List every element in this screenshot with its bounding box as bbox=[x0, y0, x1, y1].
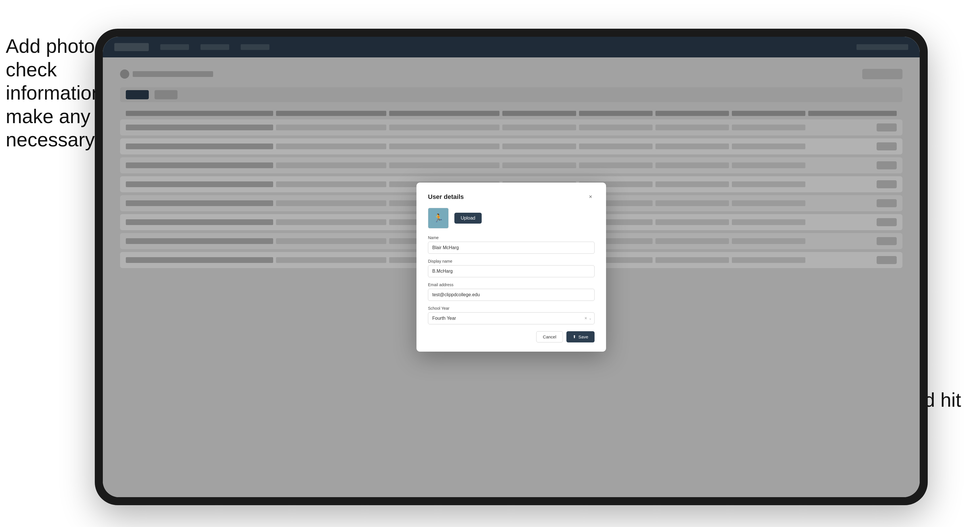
display-name-field-group: Display name bbox=[428, 259, 595, 277]
email-field-group: Email address bbox=[428, 283, 595, 301]
user-photo-thumbnail: 🏃 bbox=[428, 208, 449, 229]
user-details-modal: User details × 🏃 Upload Name bbox=[417, 183, 606, 352]
select-arrow-icon[interactable]: ⌄ bbox=[589, 316, 592, 320]
save-icon: ⬆ bbox=[573, 334, 576, 339]
email-label: Email address bbox=[428, 283, 595, 287]
modal-header: User details × bbox=[428, 193, 595, 201]
school-year-label: School Year bbox=[428, 306, 595, 311]
tablet-screen: User details × 🏃 Upload Name bbox=[103, 37, 920, 497]
school-year-field-group: School Year × ⌄ bbox=[428, 306, 595, 324]
school-year-select-wrapper: × ⌄ bbox=[428, 312, 595, 324]
email-input[interactable] bbox=[428, 289, 595, 301]
cancel-button[interactable]: Cancel bbox=[536, 331, 563, 343]
tablet-frame: User details × 🏃 Upload Name bbox=[95, 29, 928, 505]
modal-close-button[interactable]: × bbox=[587, 193, 595, 201]
name-field-group: Name bbox=[428, 235, 595, 254]
modal-title: User details bbox=[428, 193, 464, 201]
select-icons: × ⌄ bbox=[584, 316, 592, 321]
school-year-input[interactable] bbox=[428, 312, 595, 324]
display-name-label: Display name bbox=[428, 259, 595, 264]
app-background: User details × 🏃 Upload Name bbox=[103, 37, 920, 497]
save-button[interactable]: ⬆ Save bbox=[566, 331, 595, 343]
upload-photo-button[interactable]: Upload bbox=[454, 213, 482, 224]
modal-overlay: User details × 🏃 Upload Name bbox=[103, 37, 920, 497]
name-label: Name bbox=[428, 235, 595, 240]
modal-footer: Cancel ⬆ Save bbox=[428, 331, 595, 343]
photo-section: 🏃 Upload bbox=[428, 208, 595, 229]
select-clear-icon[interactable]: × bbox=[584, 316, 587, 321]
display-name-input[interactable] bbox=[428, 265, 595, 277]
name-input[interactable] bbox=[428, 242, 595, 254]
